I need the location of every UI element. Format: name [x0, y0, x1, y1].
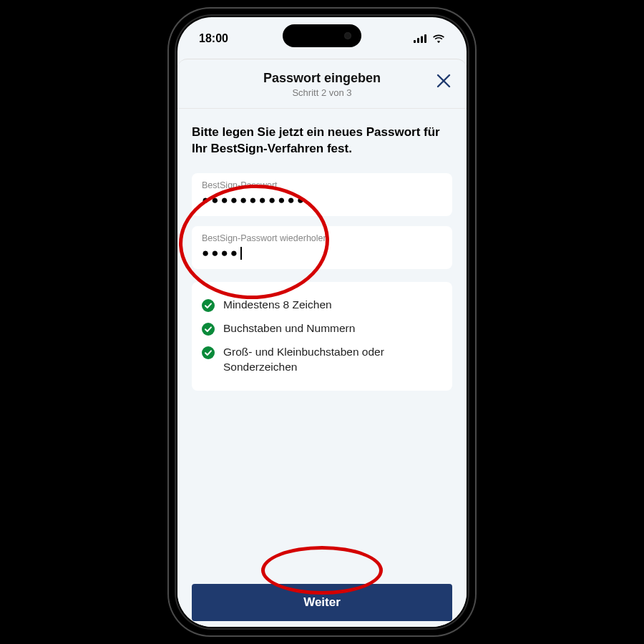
password-repeat-label: BestSign-Passwort wiederholen	[202, 233, 442, 243]
phone-inner: 18:00 Passwor	[175, 14, 469, 630]
instruction-text: Bitte legen Sie jetzt ein neues Passwort…	[192, 125, 452, 157]
check-icon	[202, 323, 215, 336]
rule-item: Groß- und Kleinbuchstaben oder Sonderzei…	[202, 341, 442, 379]
svg-rect-3	[424, 34, 426, 43]
svg-point-7	[202, 323, 215, 336]
camera-icon	[344, 32, 351, 39]
password-repeat-field[interactable]: BestSign-Passwort wiederholen ●●●●	[192, 226, 452, 269]
rule-item: Buchstaben und Nummern	[202, 317, 442, 341]
text-cursor-icon	[240, 247, 242, 260]
svg-point-6	[202, 299, 215, 312]
rule-text: Buchstaben und Nummern	[223, 321, 355, 336]
close-icon	[436, 74, 451, 88]
phone-frame: 18:00 Passwor	[167, 7, 477, 637]
sheet-header: Passwort eingeben Schritt 2 von 3	[177, 59, 467, 109]
status-time: 18:00	[199, 32, 228, 45]
continue-button[interactable]: Weiter	[192, 584, 452, 621]
cellular-icon	[414, 34, 428, 43]
check-icon	[202, 299, 215, 312]
svg-point-8	[202, 346, 215, 359]
wifi-icon	[432, 34, 445, 44]
password-rules: Mindestens 8 Zeichen Buchstaben und Numm…	[192, 282, 452, 391]
svg-rect-0	[414, 40, 416, 43]
rule-item: Mindestens 8 Zeichen	[202, 293, 442, 317]
password-value: ●●●●●●●●●●●	[202, 193, 442, 208]
step-label: Schritt 2 von 3	[192, 87, 452, 98]
svg-rect-2	[421, 36, 423, 44]
dynamic-island	[283, 24, 361, 47]
password-repeat-value: ●●●●	[202, 246, 442, 260]
rule-text: Mindestens 8 Zeichen	[223, 298, 332, 313]
page-title: Passwort eingeben	[192, 71, 452, 86]
sheet-body: Bitte legen Sie jetzt ein neues Passwort…	[177, 109, 467, 627]
rule-text: Groß- und Kleinbuchstaben oder Sonderzei…	[223, 345, 442, 375]
screen: 18:00 Passwor	[177, 17, 467, 627]
close-button[interactable]	[434, 71, 454, 91]
password-field[interactable]: BestSign-Passwort ●●●●●●●●●●●	[192, 173, 452, 216]
svg-rect-1	[417, 38, 419, 43]
check-icon	[202, 346, 215, 359]
content-sheet: Passwort eingeben Schritt 2 von 3 Bitte …	[177, 59, 467, 627]
password-label: BestSign-Passwort	[202, 180, 442, 190]
